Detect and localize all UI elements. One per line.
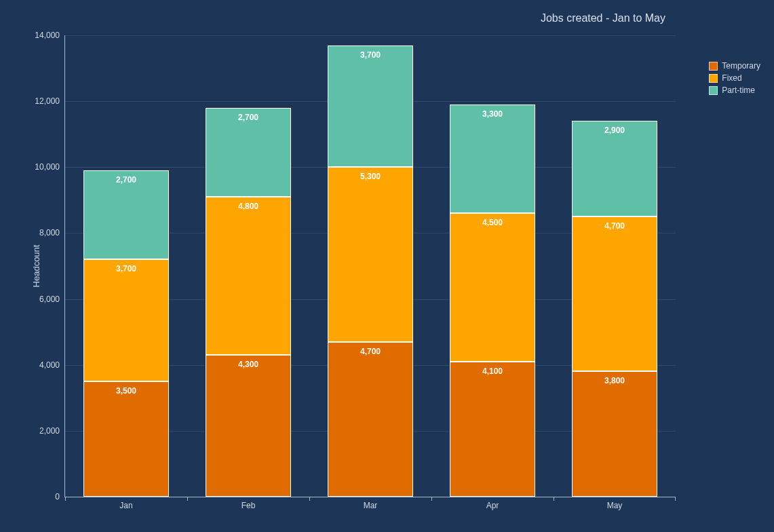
bar-segment-fixed: 3,700 — [83, 259, 169, 381]
bar-column: 4,7005,3003,700 — [328, 45, 413, 497]
bar-value-label: 3,500 — [116, 386, 136, 396]
x-tick — [554, 497, 554, 501]
x-tick — [675, 497, 676, 501]
bar-value-label: 3,700 — [360, 50, 381, 60]
bar-segment-parttime: 2,900 — [572, 121, 657, 216]
x-tick-label: May — [607, 501, 623, 510]
bar-value-label: 3,300 — [482, 109, 503, 119]
bar-value-label: 4,700 — [604, 221, 625, 231]
x-tick — [187, 497, 188, 501]
bar-segment-fixed: 4,800 — [206, 197, 291, 355]
x-tick — [65, 497, 66, 501]
bar-segment-temporary: 3,500 — [83, 381, 169, 497]
bar-segment-fixed: 5,300 — [328, 167, 413, 341]
legend-item-temporary: Temporary — [709, 61, 760, 71]
y-axis-label: Headcount — [31, 245, 41, 288]
x-tick-label: Apr — [486, 501, 499, 510]
bar-value-label: 4,500 — [482, 218, 503, 227]
y-tick-label: 6,000 — [39, 294, 60, 304]
y-tick-label: 0 — [55, 492, 60, 501]
bar-segment-fixed: 4,500 — [450, 213, 535, 362]
bar-segment-parttime: 2,700 — [83, 170, 169, 259]
plot-area: 02,0004,0006,0008,00010,00012,00014,000J… — [64, 35, 676, 497]
legend-swatch — [709, 86, 718, 95]
bar-segment-temporary: 4,100 — [450, 362, 535, 497]
y-tick-label: 14,000 — [35, 31, 60, 40]
bar-segment-temporary: 4,300 — [206, 355, 291, 497]
y-tick-label: 8,000 — [39, 228, 60, 238]
chart-title: Jobs created - Jan to May — [541, 12, 665, 24]
bar-segment-temporary: 3,800 — [572, 371, 657, 497]
bar-segment-parttime: 2,700 — [206, 108, 291, 197]
bar-value-label: 3,800 — [604, 376, 625, 385]
legend-label: Temporary — [722, 61, 760, 71]
y-tick-label: 4,000 — [39, 360, 60, 370]
x-tick-label: Mar — [364, 501, 378, 510]
y-tick-label: 2,000 — [39, 426, 60, 436]
legend-swatch — [709, 62, 718, 71]
bar-value-label: 4,800 — [238, 202, 258, 211]
bar-segment-fixed: 4,700 — [572, 216, 657, 371]
legend-item-parttime: Part-time — [709, 86, 760, 95]
x-tick — [309, 497, 310, 501]
bar-value-label: 4,100 — [482, 366, 503, 376]
bar-value-label: 2,700 — [116, 175, 136, 185]
legend-swatch — [709, 74, 718, 83]
y-tick-label: 12,000 — [35, 96, 60, 106]
bar-value-label: 5,300 — [360, 172, 381, 181]
legend-label: Fixed — [722, 73, 741, 83]
bar-column: 3,5003,7002,700 — [83, 170, 169, 497]
legend-label: Part-time — [722, 86, 755, 95]
bar-column: 3,8004,7002,900 — [572, 121, 657, 497]
x-tick-label: Jan — [119, 501, 132, 510]
bar-value-label: 2,700 — [238, 113, 258, 122]
bar-column: 4,1004,5003,300 — [450, 104, 535, 497]
bar-value-label: 3,700 — [116, 264, 136, 273]
x-tick — [431, 497, 432, 501]
x-tick-label: Feb — [241, 501, 256, 510]
legend-item-fixed: Fixed — [709, 73, 760, 83]
bar-value-label: 4,700 — [360, 347, 381, 356]
legend: Temporary Fixed Part-time — [709, 61, 760, 98]
bar-segment-temporary: 4,700 — [328, 342, 413, 497]
bar-value-label: 4,300 — [238, 360, 258, 369]
bar-value-label: 2,900 — [604, 126, 625, 135]
bar-segment-parttime: 3,700 — [328, 45, 413, 168]
grid-line — [65, 35, 676, 36]
bar-column: 4,3004,8002,700 — [206, 108, 291, 497]
y-tick-label: 10,000 — [35, 162, 60, 172]
chart-container: Jobs created - Jan to May Headcount 02,0… — [0, 0, 774, 532]
bar-segment-parttime: 3,300 — [450, 104, 535, 213]
